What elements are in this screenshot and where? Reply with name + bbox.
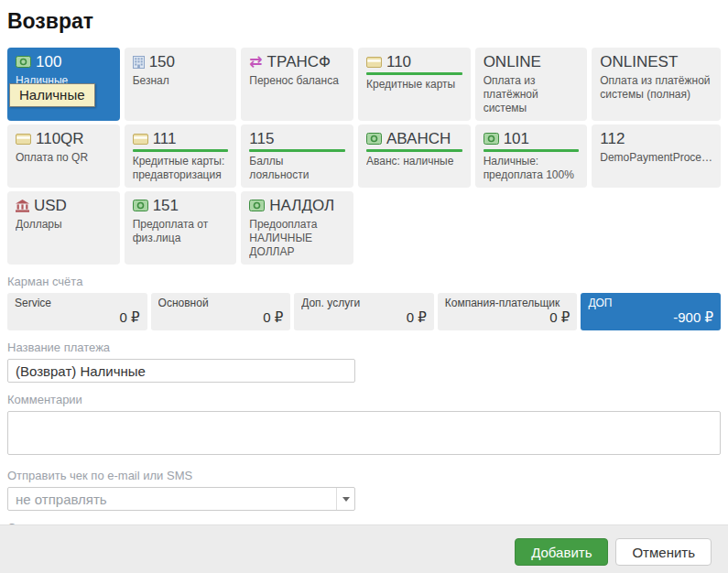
pocket-balance: 0 ₽ [158, 309, 284, 326]
payment-method-label: Баллы лояльности [249, 155, 345, 182]
payment-method-label: Кредитные карты: предавторизация [133, 155, 229, 182]
payment-method-tooltip: Наличные [9, 83, 95, 107]
payment-method-code-row: ONLINE [484, 52, 580, 71]
receipt-label: Отправить чек по e-mail или SMS [7, 469, 721, 482]
account-pocket-Компания-плательщик[interactable]: Компания-плательщик0 ₽ [438, 293, 578, 330]
payment-method-label: DemoPaymentProce… [600, 151, 712, 165]
payment-method-code: ONLINEST [600, 52, 678, 71]
payment-method-code-row: ONLINEST [600, 52, 712, 71]
payment-method-code-row: АВАНСН [366, 129, 462, 148]
dialog-footer: Добавить Отменить [0, 524, 728, 573]
payment-method-tile-151[interactable]: 151Предоплата от физ.лица [125, 191, 237, 265]
payment-method-tile-110[interactable]: 110Кредитные карты [358, 48, 471, 121]
page-title: Возврат [7, 9, 721, 34]
payment-method-code-row: 110QR [16, 129, 112, 148]
building-icon [133, 56, 145, 69]
payment-method-code-row: USD [16, 196, 112, 215]
money-icon [484, 133, 499, 145]
money-icon [366, 133, 382, 145]
payment-method-code: ONLINE [484, 52, 541, 71]
payment-method-code-row: 115 [249, 129, 345, 148]
pocket-balance: 0 ₽ [445, 309, 570, 326]
active-method-underline [484, 149, 580, 152]
cancel-button[interactable]: Отменить [615, 538, 712, 566]
payment-method-code: 112 [600, 129, 625, 148]
transfer-icon: ⇄ [249, 54, 262, 70]
payment-method-code-row: 101 [484, 129, 580, 148]
payment-method-tile-110QR[interactable]: 110QRОплата по QR [7, 124, 120, 188]
payment-method-code-row: НАЛДОЛ [249, 196, 345, 215]
receipt-select[interactable]: не отправлять [7, 487, 355, 511]
payment-method-label: Перенос баланса [249, 74, 345, 88]
payment-method-code: 111 [153, 129, 177, 148]
payment-method-label: Предооплата НАЛИЧНЫЕ ДОЛЛАР [249, 218, 345, 259]
pocket-name: ДОП [588, 297, 713, 309]
comments-textarea[interactable] [7, 411, 721, 455]
payment-method-label: Безнал [133, 74, 229, 88]
account-pocket-Основной[interactable]: Основной0 ₽ [151, 293, 291, 330]
payment-method-label: Аванс: наличные [366, 155, 462, 168]
pockets-section-label: Карман счёта [7, 275, 721, 288]
payment-method-label: Наличные: предоплата 100% [484, 155, 580, 182]
payment-method-tile-ONLINEST[interactable]: ONLINESTОплата из платёжной системы (пол… [592, 48, 721, 121]
payment-method-code-row: ⇄ТРАНСФ [249, 52, 345, 71]
money-icon [16, 56, 31, 68]
bank-icon [16, 200, 29, 212]
payment-method-label: Кредитные карты [366, 78, 462, 92]
add-button[interactable]: Добавить [515, 538, 608, 566]
active-method-underline [249, 149, 345, 152]
active-method-underline [366, 72, 462, 75]
payment-method-tile-100[interactable]: 100НаличныеНаличные [7, 48, 120, 121]
payment-methods-grid: 100НаличныеНаличные150Безнал⇄ТРАНСФПерен… [7, 48, 721, 265]
payment-name-input[interactable] [7, 359, 355, 383]
payment-method-code: НАЛДОЛ [269, 196, 334, 215]
chevron-down-icon [336, 488, 354, 510]
payment-method-code-row: 150 [133, 52, 229, 71]
pocket-balance: 0 ₽ [15, 309, 140, 326]
payment-method-code-row: 100 [16, 52, 112, 71]
payment-method-tile-НАЛДОЛ[interactable]: НАЛДОЛПредооплата НАЛИЧНЫЕ ДОЛЛАР [241, 191, 353, 265]
payment-method-tile-101[interactable]: 101Наличные: предоплата 100% [475, 124, 588, 188]
pocket-balance: -900 ₽ [588, 309, 713, 326]
payment-method-tile-150[interactable]: 150Безнал [125, 48, 237, 121]
card-icon [16, 134, 31, 145]
payment-method-code: 110 [386, 52, 411, 71]
payment-method-code: USD [34, 196, 67, 215]
refund-dialog: Возврат 100НаличныеНаличные150Безнал⇄ТРА… [0, 9, 728, 573]
card-icon [366, 57, 382, 68]
payment-method-label: Доллары [16, 218, 112, 232]
payment-method-code: АВАНСН [386, 129, 451, 148]
payment-method-tile-АВАНСН[interactable]: АВАНСНАванс: наличные [358, 124, 471, 188]
pocket-name: Доп. услуги [301, 297, 427, 309]
pocket-name: Основной [158, 297, 284, 309]
payment-method-tile-111[interactable]: 111Кредитные карты: предавторизация [125, 124, 237, 188]
payment-method-tile-115[interactable]: 115Баллы лояльности [241, 124, 353, 188]
payment-method-label: Оплата по QR [16, 151, 112, 165]
payment-method-label: Предоплата от физ.лица [133, 218, 229, 245]
payment-method-code: 101 [504, 129, 529, 148]
pocket-balance: 0 ₽ [301, 309, 427, 326]
payment-method-code: 151 [153, 196, 179, 215]
payment-method-code-row: 111 [133, 129, 229, 148]
money-icon [249, 200, 265, 211]
payment-method-code: 150 [149, 52, 175, 71]
pocket-name: Компания-плательщик [445, 297, 570, 309]
payment-method-tile-ТРАНСФ[interactable]: ⇄ТРАНСФПеренос баланса [241, 48, 353, 121]
payment-method-code-row: 110 [366, 52, 462, 71]
active-method-underline [133, 149, 229, 152]
payment-method-code: 100 [36, 52, 61, 71]
payment-method-code: 110QR [36, 129, 84, 148]
payment-method-tile-ONLINE[interactable]: ONLINEОплата из платёжной системы [475, 48, 588, 121]
account-pockets: Service0 ₽Основной0 ₽Доп. услуги0 ₽Компа… [7, 293, 721, 330]
comments-label: Комментарии [7, 393, 721, 406]
payment-method-code: ТРАНСФ [267, 52, 331, 71]
payment-method-label: Оплата из платёжной системы (полная) [600, 74, 712, 102]
account-pocket-Доп. услуги[interactable]: Доп. услуги0 ₽ [294, 293, 434, 330]
account-pocket-Service[interactable]: Service0 ₽ [7, 293, 147, 330]
account-pocket-ДОП[interactable]: ДОП-900 ₽ [581, 293, 721, 330]
payment-method-code-row: 151 [133, 196, 229, 215]
active-method-underline [366, 149, 462, 152]
payment-method-tile-USD[interactable]: USDДоллары [7, 191, 120, 265]
payment-method-tile-112[interactable]: 112DemoPaymentProce… [592, 124, 721, 188]
receipt-selected-option: не отправлять [8, 492, 336, 507]
